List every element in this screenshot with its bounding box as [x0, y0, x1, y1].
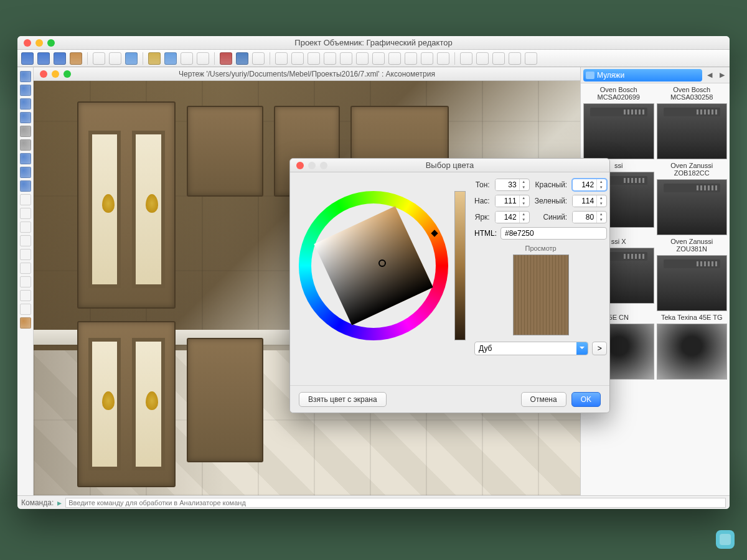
library-item[interactable]: Teka Texina 45E TG [657, 314, 728, 380]
tool-icon[interactable] [20, 222, 31, 233]
tool-icon[interactable] [20, 85, 31, 96]
value-strip[interactable] [454, 191, 466, 340]
toolbar-icon[interactable] [37, 52, 50, 65]
zoom-icon[interactable] [63, 70, 71, 78]
color-wheel[interactable] [299, 191, 448, 340]
red-label: Красный: [535, 180, 568, 189]
tool-icon[interactable] [20, 276, 31, 287]
tool-icon[interactable] [20, 290, 31, 301]
library-item-thumb [657, 255, 728, 311]
wheel-cursor-icon[interactable] [378, 259, 386, 267]
blue-input[interactable]: ▲▼ [572, 211, 607, 223]
hue-input[interactable]: ▲▼ [495, 179, 530, 191]
toolbar-icon[interactable] [93, 52, 105, 65]
tool-icon[interactable] [20, 98, 31, 110]
tool-icon[interactable] [20, 208, 31, 219]
close-icon[interactable] [24, 39, 31, 47]
red-input[interactable]: ▲▼ [572, 179, 607, 191]
toolbar-icon[interactable] [421, 52, 433, 65]
tool-icon[interactable] [20, 167, 31, 178]
minimize-icon[interactable] [35, 39, 43, 47]
library-item-label: Oven Bosch MCSA030258 [657, 86, 728, 101]
library-item[interactable]: Oven Bosch MCSA020699 [583, 86, 654, 159]
tool-icon[interactable] [20, 194, 31, 205]
toolbar-icon[interactable] [54, 52, 66, 65]
tool-icon[interactable] [20, 153, 31, 164]
toolbar-icon[interactable] [509, 52, 521, 65]
left-toolbar [17, 67, 34, 495]
zoom-icon[interactable] [47, 39, 55, 47]
toolbar-icon[interactable] [340, 52, 352, 65]
tool-icon[interactable] [20, 249, 31, 260]
nav-fwd-icon[interactable]: ▶ [717, 70, 727, 80]
library-item-label: Oven Bosch MCSA020699 [583, 86, 654, 101]
command-label: Команда: [21, 498, 54, 507]
toolbar-icon[interactable] [275, 52, 288, 65]
toolbar-icon[interactable] [148, 52, 161, 65]
command-run-icon[interactable]: ▸ [57, 498, 62, 508]
toolbar-icon[interactable] [291, 52, 304, 65]
toolbar-icon[interactable] [476, 52, 489, 65]
toolbar-icon[interactable] [324, 52, 336, 65]
toolbar-icon[interactable] [308, 52, 320, 65]
library-item[interactable]: Oven Zanussi ZOB182CC [657, 162, 728, 235]
toolbar-icon[interactable] [236, 52, 248, 65]
toolbar-icon[interactable] [220, 52, 232, 65]
toolbar-icon[interactable] [70, 52, 82, 65]
val-input[interactable]: ▲▼ [495, 211, 530, 223]
toolbar-icon[interactable] [197, 52, 209, 65]
library-item-label: Oven Zanussi ZOB182CC [657, 162, 728, 177]
material-dropdown[interactable]: Дуб [474, 342, 588, 355]
ok-button[interactable]: OK [571, 392, 601, 407]
toolbar-icon[interactable] [460, 52, 472, 65]
toolbar-icon[interactable] [437, 52, 449, 65]
toolbar-icon[interactable] [356, 52, 369, 65]
tool-icon[interactable] [20, 317, 31, 329]
library-item-label: Oven Zanussi ZOU381N [657, 238, 728, 253]
sat-input[interactable]: ▲▼ [495, 195, 530, 207]
close-icon[interactable] [296, 162, 304, 169]
toolbar-icon[interactable] [181, 52, 193, 65]
toolbar-icon[interactable] [525, 52, 537, 65]
toolbar-icon[interactable] [492, 52, 505, 65]
toolbar-icon[interactable] [164, 52, 177, 65]
hue-label: Тон: [474, 180, 490, 189]
main-toolbar [17, 50, 730, 67]
category-label: Муляжи [597, 71, 624, 80]
toolbar-icon[interactable] [125, 52, 138, 65]
close-icon[interactable] [40, 70, 47, 78]
green-input[interactable]: ▲▼ [572, 195, 607, 207]
toolbar-icon[interactable] [21, 52, 34, 65]
preview-label: Просмотр [474, 245, 607, 252]
command-bar: Команда: ▸ [17, 495, 730, 509]
pick-screen-color-button[interactable]: Взять цвет с экрана [299, 392, 387, 407]
html-label: HTML: [474, 229, 497, 238]
library-item[interactable]: Oven Zanussi ZOU381N [657, 238, 728, 311]
nav-back-icon[interactable]: ◀ [705, 70, 715, 80]
tool-icon[interactable] [20, 112, 31, 123]
library-item-thumb [657, 324, 728, 380]
tool-icon[interactable] [20, 235, 31, 246]
command-input[interactable] [65, 498, 726, 508]
chat-icon[interactable] [716, 530, 735, 549]
dialog-title: Выбор цвета [290, 161, 609, 170]
cancel-button[interactable]: Отмена [521, 392, 566, 407]
tool-icon[interactable] [20, 263, 31, 274]
minimize-icon[interactable] [52, 70, 59, 78]
material-value: Дуб [479, 344, 492, 353]
toolbar-icon[interactable] [109, 52, 121, 65]
tool-icon[interactable] [20, 304, 31, 315]
tool-icon[interactable] [20, 71, 31, 82]
tool-icon[interactable] [20, 139, 31, 151]
document-titlebar: Чертеж '/Users/yuriy/Documents/Mebel/Про… [34, 67, 580, 81]
tool-icon[interactable] [20, 180, 31, 192]
toolbar-icon[interactable] [252, 52, 265, 65]
tool-icon[interactable] [20, 126, 31, 137]
toolbar-icon[interactable] [388, 52, 401, 65]
category-dropdown[interactable]: Муляжи [583, 69, 702, 82]
toolbar-icon[interactable] [372, 52, 385, 65]
toolbar-icon[interactable] [405, 52, 417, 65]
material-browse-button[interactable]: > [592, 342, 607, 355]
library-item[interactable]: Oven Bosch MCSA030258 [657, 86, 728, 159]
html-input[interactable] [500, 227, 607, 240]
